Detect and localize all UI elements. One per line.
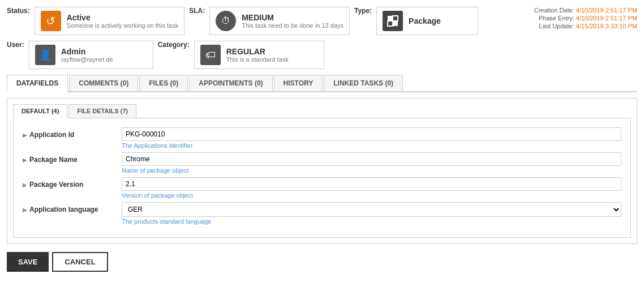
header-section: Status: ↺ Active Someone is actively wor… (7, 7, 637, 35)
category-card: 🏷 REGULAR This is a standard task (194, 41, 324, 69)
creation-date-value: 4/10/2019 2:51:17 PM (576, 7, 637, 14)
field-label-col-package-version: ▶ Package Version (23, 177, 122, 189)
svg-rect-3 (393, 16, 398, 21)
field-row-package-name: ▶ Package Name Name of package object (23, 152, 621, 174)
save-button[interactable]: SAVE (7, 252, 49, 272)
type-icon (383, 11, 403, 31)
phase-entry-label: Phase Entry: (539, 15, 574, 22)
type-card: Package (376, 7, 478, 35)
field-row-application-id: ▶ Application Id The Applications identi… (23, 127, 621, 149)
category-text: REGULAR This is a standard task (226, 47, 289, 63)
svg-rect-0 (388, 16, 393, 21)
type-label: Type: (354, 7, 372, 15)
user-sub: rayflow@raynet.de (61, 56, 113, 63)
sla-label-group: SLA: (189, 7, 205, 15)
field-row-package-version: ▶ Package Version Version of package obj… (23, 177, 621, 199)
field-input-package-name[interactable] (122, 152, 621, 166)
type-main: Package (409, 16, 441, 25)
phase-entry-line: Phase Entry: 4/10/2019 2:51:17 PM (534, 15, 637, 22)
field-label-application-id: Application Id (29, 131, 74, 139)
sla-text: MEDIUM This task need to be done in 13 d… (242, 13, 344, 29)
status-label-group: Status: (7, 7, 30, 15)
sub-tab-file-details[interactable]: FILE DETAILS (7) (68, 104, 136, 118)
field-label-application-language: Application language (29, 206, 98, 213)
creation-date-label: Creation Date: (534, 7, 574, 14)
field-input-col-package-version: Version of package object (122, 177, 621, 199)
tab-comments[interactable]: COMMENTS (0) (69, 75, 138, 91)
user-text: Admin rayflow@raynet.de (61, 47, 113, 63)
category-main: REGULAR (226, 47, 289, 56)
active-icon: ↺ (41, 11, 61, 31)
field-input-col-application-language: GER ENG FRA ESP The products standard la… (122, 202, 621, 225)
last-update-value: 4/15/2019 3:33:10 PM (576, 23, 637, 29)
cancel-button[interactable]: CANCEL (52, 252, 108, 272)
user-label-group: User: (7, 41, 24, 49)
field-label-package-version: Package Version (29, 181, 83, 189)
field-input-col-package-name: Name of package object (122, 152, 621, 174)
user-label: User: (7, 41, 24, 49)
field-label-package-name: Package Name (29, 156, 78, 164)
field-input-application-id[interactable] (122, 127, 621, 141)
field-input-package-version[interactable] (122, 177, 621, 191)
svg-rect-2 (388, 21, 393, 26)
sla-sub: This task need to be done in 13 days (242, 22, 344, 29)
status-main: Active (67, 13, 178, 22)
status-sub: Someone is actively working on this task (67, 22, 178, 29)
expand-arrow-application-id[interactable]: ▶ (23, 132, 27, 138)
status-card: ↺ Active Someone is actively working on … (35, 7, 184, 35)
field-hint-package-version: Version of package object (122, 192, 621, 199)
bottom-buttons: SAVE CANCEL (7, 252, 637, 272)
expand-arrow-package-version[interactable]: ▶ (23, 182, 27, 188)
field-label-col-application-language: ▶ Application language (23, 202, 122, 213)
sla-label: SLA: (189, 7, 205, 15)
expand-arrow-application-language[interactable]: ▶ (23, 207, 27, 213)
status-label: Status: (7, 7, 30, 15)
field-hint-application-language: The products standard language (122, 218, 621, 225)
category-label-group: Category: (158, 41, 190, 49)
meta-info: Creation Date: 4/10/2019 2:51:17 PM Phas… (534, 7, 637, 31)
user-category-row: User: 👤 Admin rayflow@raynet.de Category… (7, 41, 637, 69)
category-sub: This is a standard task (226, 56, 289, 63)
tab-history[interactable]: HISTORY (274, 75, 323, 91)
field-hint-package-name: Name of package object (122, 167, 621, 174)
category-label: Category: (158, 41, 190, 49)
field-label-col-application-id: ▶ Application Id (23, 127, 122, 139)
field-label-col-package-name: ▶ Package Name (23, 152, 122, 164)
field-row-application-language: ▶ Application language GER ENG FRA ESP T… (23, 202, 621, 225)
sub-tabs: DEFAULT (4) FILE DETAILS (7) (13, 104, 631, 118)
last-update-line: Last Update: 4/15/2019 3:33:10 PM (534, 23, 637, 29)
tab-linked-tasks[interactable]: LINKED TASKS (0) (324, 75, 403, 91)
field-input-col-application-id: The Applications identifier (122, 127, 621, 149)
tab-datafields[interactable]: DATAFIELDS (7, 75, 68, 92)
sla-icon: ⏱ (216, 11, 236, 31)
category-icon: 🏷 (200, 45, 221, 65)
svg-rect-1 (393, 21, 398, 26)
tab-files[interactable]: FILES (0) (139, 75, 188, 91)
tab-appointments[interactable]: APPOINTMENTS (0) (189, 75, 272, 91)
expand-arrow-package-name[interactable]: ▶ (23, 157, 27, 163)
status-text: Active Someone is actively working on th… (67, 13, 178, 29)
user-icon: 👤 (35, 45, 55, 65)
creation-date-line: Creation Date: 4/10/2019 2:51:17 PM (534, 7, 637, 14)
fields-panel: ▶ Application Id The Applications identi… (13, 118, 631, 238)
field-select-application-language[interactable]: GER ENG FRA ESP (122, 202, 621, 217)
field-hint-application-id: The Applications identifier (122, 142, 621, 149)
phase-entry-value: 4/10/2019 2:51:17 PM (576, 15, 637, 22)
type-text: Package (409, 16, 441, 25)
sla-main: MEDIUM (242, 13, 344, 22)
page-wrapper: Status: ↺ Active Someone is actively wor… (0, 0, 644, 295)
user-main: Admin (61, 47, 113, 56)
content-panel: DEFAULT (4) FILE DETAILS (7) ▶ Applicati… (7, 98, 637, 244)
type-label-group: Type: (354, 7, 372, 15)
main-tabs: DATAFIELDS COMMENTS (0) FILES (0) APPOIN… (7, 75, 637, 92)
user-card: 👤 Admin rayflow@raynet.de (29, 41, 153, 69)
sub-tab-default[interactable]: DEFAULT (4) (13, 104, 67, 118)
sla-card: ⏱ MEDIUM This task need to be done in 13… (209, 7, 350, 35)
last-update-label: Last Update: (539, 23, 574, 29)
